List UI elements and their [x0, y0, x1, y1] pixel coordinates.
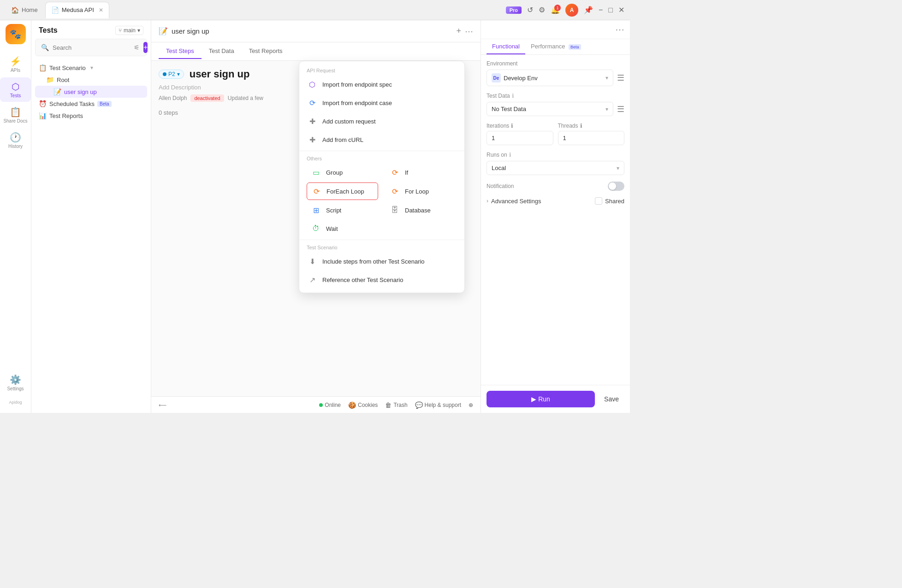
priority-label: P2: [168, 71, 175, 77]
cookies-button[interactable]: 🍪 Cookies: [348, 401, 378, 409]
right-panel-header: ⋯: [481, 20, 630, 39]
tree-item-scheduled-tasks[interactable]: ⏰ Scheduled Tasks Beta: [35, 98, 147, 110]
menu-item-script[interactable]: ⊞ Script: [303, 201, 382, 219]
tree-item-user-sign-up[interactable]: 📝 user sign up: [35, 86, 147, 98]
filter-icon[interactable]: ⚟: [134, 44, 140, 51]
sidebar-item-share-docs[interactable]: 📋 Share Docs: [0, 103, 31, 127]
header-actions: + ⋯: [456, 26, 473, 36]
menu-item-group[interactable]: ▭ Group: [303, 163, 382, 182]
author-name: Allen Dolph: [159, 95, 187, 101]
runs-on-select[interactable]: Local ▾: [487, 161, 624, 175]
maximize-button[interactable]: □: [608, 6, 613, 14]
environment-menu-button[interactable]: ☰: [617, 73, 624, 83]
menu-item-wait[interactable]: ⏱ Wait: [303, 219, 382, 238]
more-options-button[interactable]: ⋯: [465, 26, 473, 36]
apis-icon: ⚡: [10, 56, 21, 67]
test-scenario-section-label: Test Scenario: [299, 242, 464, 252]
minimize-button[interactable]: −: [599, 6, 603, 14]
iterations-info-icon: ℹ: [511, 123, 513, 129]
help-label: Help & support: [425, 402, 461, 408]
advanced-settings-section: › Advanced Settings Shared: [487, 197, 624, 205]
threads-label: Threads ℹ: [558, 123, 625, 129]
include-steps-label: Include steps from other Test Scenario: [322, 258, 425, 265]
root-icon: 📁: [46, 76, 54, 83]
settings-icon: ⚙️: [10, 374, 21, 385]
tab-test-steps[interactable]: Test Steps: [159, 44, 202, 59]
sidebar-item-tests[interactable]: ⬡ Tests: [0, 77, 31, 102]
menu-item-import-endpoint-case[interactable]: ⟳ Import from endpoint case: [299, 94, 464, 112]
help-icon: 💬: [415, 401, 423, 409]
close-button[interactable]: ✕: [618, 6, 624, 14]
menu-item-add-custom-request[interactable]: ✚ Add custom request: [299, 112, 464, 130]
menu-item-for-loop[interactable]: ⟳ For Loop: [382, 182, 461, 201]
if-label: If: [405, 169, 408, 176]
help-support-button[interactable]: 💬 Help & support: [415, 401, 461, 409]
menu-item-database[interactable]: 🗄 Database: [382, 201, 461, 219]
medusa-tab-close[interactable]: ✕: [99, 7, 103, 13]
toggle-knob: [609, 182, 616, 190]
pin-button[interactable]: 📌: [584, 6, 593, 14]
menu-item-import-endpoint-spec[interactable]: ⬡ Import from endpoint spec: [299, 75, 464, 94]
environment-label: Environment: [487, 60, 624, 67]
history-icon: 🕐: [10, 132, 21, 143]
menu-item-add-from-curl[interactable]: ✚ Add from cURL: [299, 130, 464, 149]
runs-on-label: Runs on ℹ: [487, 152, 624, 158]
database-label: Database: [405, 207, 431, 214]
share-docs-label: Share Docs: [3, 118, 27, 123]
add-button[interactable]: +: [143, 42, 148, 53]
iterations-threads-grid: Iterations ℹ 1 Threads ℹ 1: [487, 123, 624, 145]
notification-section: Notification: [487, 182, 624, 191]
tab-test-reports[interactable]: Test Reports: [242, 44, 290, 59]
tab-performance[interactable]: Performance Beta: [525, 39, 587, 54]
menu-item-if[interactable]: ⟳ If: [382, 163, 461, 182]
foreach-loop-label: ForEach Loop: [326, 188, 364, 195]
menu-item-foreach-loop[interactable]: ⟳ ForEach Loop: [307, 182, 378, 200]
menu-item-include-steps[interactable]: ⬇ Include steps from other Test Scenario: [299, 252, 464, 270]
page-title: user sign up: [172, 27, 209, 35]
cookies-label: Cookies: [358, 402, 378, 408]
browser-chrome: 🏠 Home 📄 Medusa API ✕ Pro ↺ ⚙ 🔔 1 A 📌 − …: [0, 0, 630, 20]
home-tab[interactable]: 🏠 Home: [6, 2, 43, 18]
tree-item-root[interactable]: 📁 Root: [35, 74, 147, 86]
priority-badge[interactable]: P2 ▾: [159, 70, 184, 79]
save-button[interactable]: Save: [599, 391, 624, 407]
add-step-button[interactable]: +: [456, 26, 461, 36]
notification-button[interactable]: 🔔 1: [551, 6, 560, 14]
threads-value[interactable]: 1: [558, 131, 625, 145]
settings-button[interactable]: ⚙: [539, 6, 545, 14]
iterations-value[interactable]: 1: [487, 131, 553, 145]
refresh-button[interactable]: ↺: [527, 6, 533, 14]
branch-selector[interactable]: ⑂ main ▾: [115, 26, 143, 35]
medusa-tab[interactable]: 📄 Medusa API ✕: [45, 2, 109, 18]
test-data-menu-button[interactable]: ☰: [617, 104, 624, 114]
shared-checkbox[interactable]: [595, 197, 602, 205]
sidebar-item-apis[interactable]: ⚡ APIs: [0, 52, 31, 76]
zoom-button[interactable]: ⊕: [469, 402, 473, 408]
divider-1: [299, 151, 464, 151]
notification-toggle[interactable]: [608, 182, 624, 191]
collapse-sidebar-button[interactable]: ⟵: [159, 402, 166, 408]
status-bar-right: Online 🍪 Cookies 🗑 Trash 💬 Help & suppor…: [319, 401, 473, 409]
sidebar-item-history[interactable]: 🕐 History: [0, 128, 31, 153]
run-button[interactable]: ▶ Run: [487, 391, 595, 407]
advanced-settings-toggle[interactable]: › Advanced Settings: [487, 198, 541, 205]
search-input[interactable]: [53, 44, 130, 51]
panel-more-button[interactable]: ⋯: [615, 24, 624, 35]
tab-functional[interactable]: Functional: [487, 39, 525, 54]
runs-on-chevron: ▾: [617, 165, 619, 171]
trash-button[interactable]: 🗑 Trash: [385, 401, 407, 409]
search-icon: 🔍: [41, 44, 49, 51]
test-data-select[interactable]: No Test Data ▾: [487, 102, 613, 116]
scenario-title: user sign up: [190, 68, 250, 80]
environment-select[interactable]: De Develop Env ▾: [487, 70, 613, 86]
tree-item-test-reports[interactable]: 📊 Test Reports: [35, 110, 147, 122]
menu-item-reference-scenario[interactable]: ↗ Reference other Test Scenario: [299, 270, 464, 289]
test-data-value: No Test Data: [492, 106, 526, 112]
user-avatar[interactable]: A: [565, 4, 578, 17]
medusa-tab-icon: 📄: [51, 6, 59, 14]
scheduled-tasks-label: Scheduled Tasks: [49, 100, 95, 107]
tab-test-data[interactable]: Test Data: [202, 44, 242, 59]
tree-item-test-scenario[interactable]: 📋 Test Scenario ▾: [35, 62, 147, 74]
divider-2: [299, 240, 464, 240]
sidebar-item-settings[interactable]: ⚙️ Settings: [3, 370, 27, 395]
